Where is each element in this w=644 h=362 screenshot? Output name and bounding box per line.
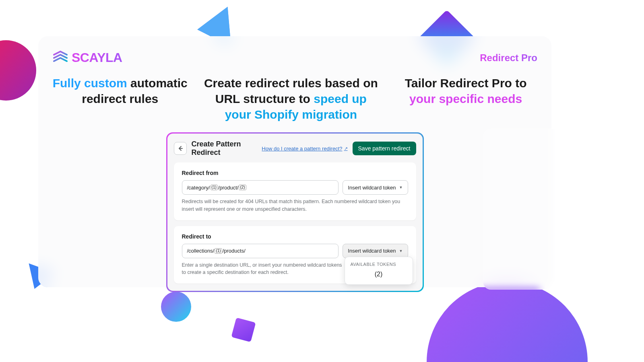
- external-link-icon: ↗: [344, 146, 348, 151]
- redirect-from-label: Redirect from: [182, 170, 408, 176]
- headline-accent: Fully custom: [53, 76, 127, 90]
- redirect-to-help: Enter a single destination URL, or inser…: [182, 261, 347, 277]
- brand-name: SCAYLA: [72, 50, 122, 65]
- dialog-header: Create Pattern Redirect How do I create …: [174, 140, 416, 157]
- decor-circle-pink: [0, 40, 36, 101]
- button-label: Insert wildcard token: [348, 185, 396, 191]
- button-label: Insert wildcard token: [348, 248, 396, 254]
- redirect-to-row: /collections/(1)/products/ Insert wildca…: [182, 244, 408, 258]
- popover-token-option[interactable]: (2): [351, 271, 407, 278]
- decor-square-tiny: [231, 317, 256, 342]
- headline-column-1: Fully custom automatic redirect rules: [50, 75, 190, 122]
- headline-column-2: Create redirect rules based on URL struc…: [202, 75, 380, 122]
- input-text-part: /product/: [218, 185, 239, 191]
- headline-accent: your specific needs: [409, 92, 522, 105]
- help-link[interactable]: How do I create a pattern redirect? ↗: [262, 146, 347, 152]
- dialog-border: Create Pattern Redirect How do I create …: [166, 132, 424, 292]
- insert-wildcard-from-button[interactable]: Insert wildcard token ▼: [343, 180, 408, 195]
- insert-wildcard-to-button[interactable]: Insert wildcard token ▼: [343, 244, 408, 258]
- popover-label: AVAILABLE TOKENS: [351, 262, 407, 267]
- scayla-logo-icon: [52, 51, 68, 65]
- card-header: SCAYLA Redirect Pro: [50, 50, 539, 65]
- input-text-part: /products/: [223, 248, 246, 254]
- redirect-to-input[interactable]: /collections/(1)/products/: [182, 244, 339, 258]
- headline-columns: Fully custom automatic redirect rules Cr…: [50, 75, 539, 122]
- redirect-to-section: Redirect to /collections/(1)/products/ I…: [174, 226, 416, 284]
- marketing-card: SCAYLA Redirect Pro Fully custom automat…: [38, 36, 551, 287]
- product-name: Redirect Pro: [480, 52, 537, 64]
- redirect-from-input[interactable]: /category/(1)/product/(2): [182, 180, 339, 195]
- back-button[interactable]: [174, 142, 187, 155]
- wildcard-token-2: (2): [239, 185, 246, 190]
- wildcard-token-1: (1): [211, 185, 218, 190]
- wildcard-token-1: (1): [215, 248, 222, 254]
- decor-circle-small: [161, 292, 191, 322]
- arrow-left-icon: [177, 145, 184, 152]
- redirect-from-section: Redirect from /category/(1)/product/(2) …: [174, 162, 416, 220]
- caret-down-icon: ▼: [399, 185, 403, 189]
- input-text-part: /category/: [187, 185, 210, 191]
- decor-circle-big: [427, 282, 588, 362]
- caret-down-icon: ▼: [399, 249, 403, 253]
- create-pattern-dialog: Create Pattern Redirect How do I create …: [167, 134, 423, 291]
- redirect-to-label: Redirect to: [182, 233, 408, 240]
- headline-column-3: Tailor Redirect Pro to your specific nee…: [392, 75, 539, 122]
- brand-logo: SCAYLA: [52, 50, 122, 65]
- save-pattern-button[interactable]: Save pattern redirect: [353, 142, 416, 155]
- dialog-title: Create Pattern Redirect: [192, 140, 257, 157]
- token-popover: AVAILABLE TOKENS (2): [345, 257, 413, 285]
- input-text-part: /collections/: [187, 248, 215, 254]
- decor-glass-panel: [483, 129, 596, 290]
- redirect-from-row: /category/(1)/product/(2) Insert wildcar…: [182, 180, 408, 195]
- headline-lead: Tailor Redirect Pro to: [405, 76, 527, 90]
- redirect-from-help: Redirects will be created for 404 URLs t…: [182, 198, 408, 213]
- help-link-text: How do I create a pattern redirect?: [262, 146, 342, 152]
